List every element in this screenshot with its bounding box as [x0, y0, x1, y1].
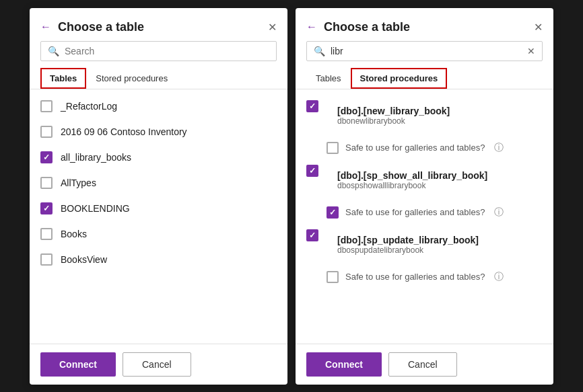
list-item[interactable]: BOOKLENDING: [30, 196, 287, 221]
info-icon-1[interactable]: ⓘ: [494, 206, 504, 219]
tab-stored-procedures-right[interactable]: Stored procedures: [351, 68, 448, 89]
search-input-right[interactable]: [331, 46, 522, 56]
safe-label-0: Safe to use for galleries and tables?: [345, 143, 485, 153]
right-items-list: [dbo].[new_library_book] dbonewlibrarybo…: [296, 89, 553, 344]
proc-group: [dbo].[sp_show_all_library_book] dbospsh…: [296, 158, 553, 223]
tab-tables-left[interactable]: Tables: [40, 68, 86, 89]
proc-checkbox-0[interactable]: [306, 100, 318, 112]
item-label-6: BooksView: [61, 254, 107, 265]
left-panel-title: Choose a table: [58, 20, 261, 34]
proc-name-1: [dbo].[sp_show_all_library_book]: [337, 170, 487, 181]
proc-checkbox-2[interactable]: [306, 229, 318, 241]
left-items-list: _RefactorLog 2016 09 06 Contoso Inventor…: [30, 89, 287, 344]
right-panel-footer: Connect Cancel: [296, 344, 553, 385]
search-icon-left: 🔍: [48, 46, 59, 56]
tab-stored-procedures-left[interactable]: Stored procedures: [86, 68, 177, 89]
info-icon-0[interactable]: ⓘ: [494, 142, 504, 154]
item-label-2: all_library_books: [61, 152, 131, 163]
proc-sub-1: dbospshowalllibrarybook: [337, 181, 487, 190]
item-label-5: Books: [61, 229, 87, 239]
right-panel-header: ← Choose a table ✕: [296, 8, 553, 41]
proc-sub-2: dbospupdatelibrarybook: [337, 245, 479, 255]
checkbox-4[interactable]: [40, 202, 53, 214]
safe-checkbox-0[interactable]: [327, 142, 339, 154]
right-panel-title: Choose a table: [324, 20, 527, 34]
proc-details-0: [dbo].[new_library_book] dbonewlibrarybo…: [327, 100, 460, 131]
proc-item[interactable]: [dbo].[sp_show_all_library_book] dbospsh…: [296, 158, 553, 202]
list-item[interactable]: all_library_books: [30, 145, 287, 170]
right-tabs: Tables Stored procedures: [296, 68, 553, 89]
back-arrow-right[interactable]: ←: [306, 21, 317, 33]
search-input-left[interactable]: [65, 46, 269, 56]
safe-row[interactable]: Safe to use for galleries and tables? ⓘ: [296, 267, 553, 287]
close-button-right[interactable]: ✕: [534, 21, 543, 34]
list-item[interactable]: BooksView: [30, 247, 287, 272]
search-icon-right: 🔍: [314, 46, 325, 56]
cancel-button-left[interactable]: Cancel: [123, 352, 191, 377]
list-item[interactable]: 2016 09 06 Contoso Inventory: [30, 119, 287, 145]
proc-details-2: [dbo].[sp_update_library_book] dbospupda…: [327, 229, 489, 260]
item-label-1: 2016 09 06 Contoso Inventory: [61, 126, 187, 137]
close-button-left[interactable]: ✕: [268, 21, 277, 34]
info-icon-2[interactable]: ⓘ: [494, 271, 504, 283]
checkbox-1[interactable]: [40, 126, 53, 138]
safe-label-2: Safe to use for galleries and tables?: [345, 272, 485, 282]
proc-name-0: [dbo].[new_library_book]: [337, 106, 450, 116]
safe-checkbox-1[interactable]: [327, 206, 339, 219]
proc-item[interactable]: [dbo].[new_library_book] dbonewlibrarybo…: [296, 93, 553, 138]
clear-button-right[interactable]: ✕: [527, 46, 535, 56]
left-panel-header: ← Choose a table ✕: [30, 8, 287, 41]
connect-button-left[interactable]: Connect: [40, 352, 116, 377]
right-panel: ← Choose a table ✕ 🔍 ✕ Tables Stored pro…: [296, 8, 553, 385]
tab-tables-right[interactable]: Tables: [306, 68, 351, 89]
item-label-3: AllTypes: [61, 178, 96, 188]
item-label-0: _RefactorLog: [61, 101, 117, 112]
left-search-box[interactable]: 🔍: [40, 41, 277, 61]
left-panel: ← Choose a table ✕ 🔍 Tables Stored proce…: [30, 8, 287, 385]
left-tabs: Tables Stored procedures: [30, 68, 287, 89]
safe-row[interactable]: Safe to use for galleries and tables? ⓘ: [296, 138, 553, 158]
checkbox-0[interactable]: [40, 100, 53, 112]
checkbox-6[interactable]: [40, 253, 53, 266]
proc-item[interactable]: [dbo].[sp_update_library_book] dbospupda…: [296, 223, 553, 267]
proc-group: [dbo].[new_library_book] dbonewlibrarybo…: [296, 93, 553, 158]
list-item[interactable]: _RefactorLog: [30, 93, 287, 119]
list-item[interactable]: AllTypes: [30, 170, 287, 196]
list-item[interactable]: Books: [30, 221, 287, 247]
safe-row[interactable]: Safe to use for galleries and tables? ⓘ: [296, 202, 553, 223]
right-search-box[interactable]: 🔍 ✕: [306, 41, 543, 61]
checkbox-2[interactable]: [40, 151, 53, 163]
proc-group: [dbo].[sp_update_library_book] dbospupda…: [296, 223, 553, 287]
left-panel-footer: Connect Cancel: [30, 344, 287, 385]
proc-sub-0: dbonewlibrarybook: [337, 116, 450, 126]
proc-name-2: [dbo].[sp_update_library_book]: [337, 235, 479, 245]
checkbox-3[interactable]: [40, 177, 53, 189]
back-arrow-left[interactable]: ←: [40, 21, 51, 33]
connect-button-right[interactable]: Connect: [306, 352, 382, 377]
item-label-4: BOOKLENDING: [61, 203, 130, 214]
safe-label-1: Safe to use for galleries and tables?: [345, 207, 485, 217]
proc-details-1: [dbo].[sp_show_all_library_book] dbospsh…: [327, 165, 498, 196]
proc-checkbox-1[interactable]: [306, 165, 318, 177]
safe-checkbox-2[interactable]: [327, 271, 339, 283]
checkbox-5[interactable]: [40, 228, 53, 240]
cancel-button-right[interactable]: Cancel: [388, 352, 457, 377]
